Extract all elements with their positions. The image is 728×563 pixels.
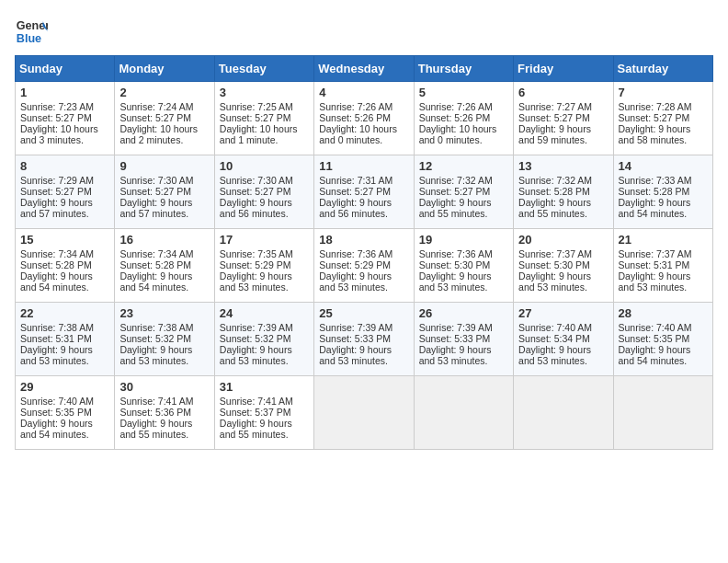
sunset: Sunset: 5:27 PM: [419, 186, 491, 197]
calendar-cell: 13Sunrise: 7:32 AMSunset: 5:28 PMDayligh…: [514, 155, 613, 229]
calendar-cell: 10Sunrise: 7:30 AMSunset: 5:27 PMDayligh…: [214, 155, 313, 229]
daylight-label: Daylight: 9 hours and 53 minutes.: [419, 270, 492, 293]
daylight-label: Daylight: 9 hours and 53 minutes.: [220, 270, 292, 293]
calendar-cell: 21Sunrise: 7:37 AMSunset: 5:31 PMDayligh…: [613, 229, 712, 303]
sunrise: Sunrise: 7:39 AM: [220, 322, 293, 333]
calendar-cell: 4Sunrise: 7:26 AMSunset: 5:26 PMDaylight…: [314, 82, 414, 155]
sunrise: Sunrise: 7:33 AM: [619, 175, 692, 186]
sunrise: Sunrise: 7:26 AM: [319, 101, 392, 112]
calendar-cell: 8Sunrise: 7:29 AMSunset: 5:27 PMDaylight…: [16, 155, 115, 229]
day-number: 2: [119, 86, 209, 99]
day-number: 14: [619, 159, 708, 173]
sunrise: Sunrise: 7:39 AM: [319, 322, 392, 333]
daylight-label: Daylight: 9 hours and 54 minutes.: [20, 270, 93, 293]
calendar-cell: 24Sunrise: 7:39 AMSunset: 5:32 PMDayligh…: [214, 303, 313, 376]
sunset: Sunset: 5:27 PM: [518, 112, 590, 123]
calendar-cell: 17Sunrise: 7:35 AMSunset: 5:29 PMDayligh…: [214, 229, 313, 303]
sunset: Sunset: 5:27 PM: [220, 186, 291, 197]
day-number: 18: [319, 233, 408, 247]
day-number: 6: [518, 86, 608, 99]
sunset: Sunset: 5:34 PM: [518, 333, 590, 344]
sunset: Sunset: 5:30 PM: [518, 259, 590, 270]
day-number: 13: [518, 159, 608, 173]
sunset: Sunset: 5:37 PM: [220, 407, 291, 418]
sunset: Sunset: 5:27 PM: [20, 186, 92, 197]
calendar-week-2: 8Sunrise: 7:29 AMSunset: 5:27 PMDaylight…: [16, 155, 713, 229]
sunrise: Sunrise: 7:31 AM: [319, 175, 392, 186]
weekday-header-sunday: Sunday: [16, 56, 115, 82]
sunrise: Sunrise: 7:26 AM: [419, 101, 493, 112]
calendar-cell: 29Sunrise: 7:40 AMSunset: 5:35 PMDayligh…: [16, 376, 115, 450]
calendar-cell: 7Sunrise: 7:28 AMSunset: 5:27 PMDaylight…: [613, 82, 712, 155]
sunset: Sunset: 5:27 PM: [220, 112, 291, 123]
sunrise: Sunrise: 7:39 AM: [419, 322, 493, 333]
sunset: Sunset: 5:29 PM: [319, 259, 391, 270]
sunrise: Sunrise: 7:40 AM: [20, 396, 94, 407]
calendar-cell: 22Sunrise: 7:38 AMSunset: 5:31 PMDayligh…: [16, 303, 115, 376]
day-number: 9: [119, 159, 209, 173]
day-number: 26: [419, 306, 508, 320]
day-number: 12: [419, 159, 508, 173]
daylight-label: Daylight: 10 hours and 0 minutes.: [419, 123, 497, 145]
sunset: Sunset: 5:28 PM: [119, 259, 191, 270]
sunrise: Sunrise: 7:29 AM: [20, 175, 94, 186]
sunset: Sunset: 5:35 PM: [619, 333, 690, 344]
calendar-cell: 16Sunrise: 7:34 AMSunset: 5:28 PMDayligh…: [115, 229, 214, 303]
calendar-cell: 31Sunrise: 7:41 AMSunset: 5:37 PMDayligh…: [214, 376, 313, 450]
sunset: Sunset: 5:28 PM: [20, 259, 92, 270]
sunrise: Sunrise: 7:32 AM: [419, 175, 493, 186]
sunset: Sunset: 5:33 PM: [419, 333, 491, 344]
daylight-label: Daylight: 9 hours and 55 minutes.: [220, 418, 292, 440]
day-number: 5: [419, 86, 508, 99]
calendar-cell: 30Sunrise: 7:41 AMSunset: 5:36 PMDayligh…: [115, 376, 214, 450]
sunset: Sunset: 5:29 PM: [220, 259, 291, 270]
sunrise: Sunrise: 7:36 AM: [419, 248, 493, 259]
sunset: Sunset: 5:28 PM: [518, 186, 590, 197]
sunrise: Sunrise: 7:28 AM: [619, 101, 692, 112]
calendar-cell: [514, 376, 613, 450]
daylight-label: Daylight: 9 hours and 58 minutes.: [619, 123, 691, 145]
day-number: 23: [119, 306, 209, 320]
sunrise: Sunrise: 7:40 AM: [518, 322, 592, 333]
daylight-label: Daylight: 9 hours and 54 minutes.: [619, 197, 691, 219]
calendar-cell: 2Sunrise: 7:24 AMSunset: 5:27 PMDaylight…: [115, 82, 214, 155]
calendar-cell: 3Sunrise: 7:25 AMSunset: 5:27 PMDaylight…: [214, 82, 313, 155]
weekday-header-wednesday: Wednesday: [314, 56, 414, 82]
calendar-table: SundayMondayTuesdayWednesdayThursdayFrid…: [15, 55, 713, 450]
calendar-cell: 26Sunrise: 7:39 AMSunset: 5:33 PMDayligh…: [414, 303, 513, 376]
day-number: 7: [619, 86, 708, 99]
sunrise: Sunrise: 7:34 AM: [20, 248, 94, 259]
day-number: 21: [619, 233, 708, 247]
calendar-week-5: 29Sunrise: 7:40 AMSunset: 5:35 PMDayligh…: [16, 376, 713, 450]
sunrise: Sunrise: 7:30 AM: [220, 175, 293, 186]
calendar-cell: 28Sunrise: 7:40 AMSunset: 5:35 PMDayligh…: [613, 303, 712, 376]
sunrise: Sunrise: 7:38 AM: [119, 322, 193, 333]
calendar-cell: 19Sunrise: 7:36 AMSunset: 5:30 PMDayligh…: [414, 229, 513, 303]
sunset: Sunset: 5:30 PM: [419, 259, 491, 270]
svg-text:Blue: Blue: [17, 32, 41, 45]
sunrise: Sunrise: 7:40 AM: [619, 322, 692, 333]
daylight-label: Daylight: 9 hours and 56 minutes.: [220, 197, 292, 219]
calendar-week-3: 15Sunrise: 7:34 AMSunset: 5:28 PMDayligh…: [16, 229, 713, 303]
sunrise: Sunrise: 7:41 AM: [220, 396, 293, 407]
daylight-label: Daylight: 9 hours and 59 minutes.: [518, 123, 591, 145]
day-number: 22: [20, 306, 109, 320]
sunset: Sunset: 5:28 PM: [619, 186, 690, 197]
calendar-cell: 14Sunrise: 7:33 AMSunset: 5:28 PMDayligh…: [613, 155, 712, 229]
calendar-cell: 18Sunrise: 7:36 AMSunset: 5:29 PMDayligh…: [314, 229, 414, 303]
sunset: Sunset: 5:32 PM: [119, 333, 191, 344]
calendar-cell: 11Sunrise: 7:31 AMSunset: 5:27 PMDayligh…: [314, 155, 414, 229]
calendar-cell: 15Sunrise: 7:34 AMSunset: 5:28 PMDayligh…: [16, 229, 115, 303]
sunset: Sunset: 5:31 PM: [20, 333, 92, 344]
day-number: 15: [20, 233, 109, 247]
daylight-label: Daylight: 9 hours and 55 minutes.: [419, 197, 492, 219]
day-number: 1: [20, 86, 109, 99]
day-number: 30: [119, 380, 209, 394]
weekday-header-thursday: Thursday: [414, 56, 513, 82]
day-number: 25: [319, 306, 408, 320]
sunrise: Sunrise: 7:37 AM: [619, 248, 692, 259]
day-number: 16: [119, 233, 209, 247]
day-number: 29: [20, 380, 109, 394]
weekday-header-monday: Monday: [115, 56, 214, 82]
sunrise: Sunrise: 7:25 AM: [220, 101, 293, 112]
